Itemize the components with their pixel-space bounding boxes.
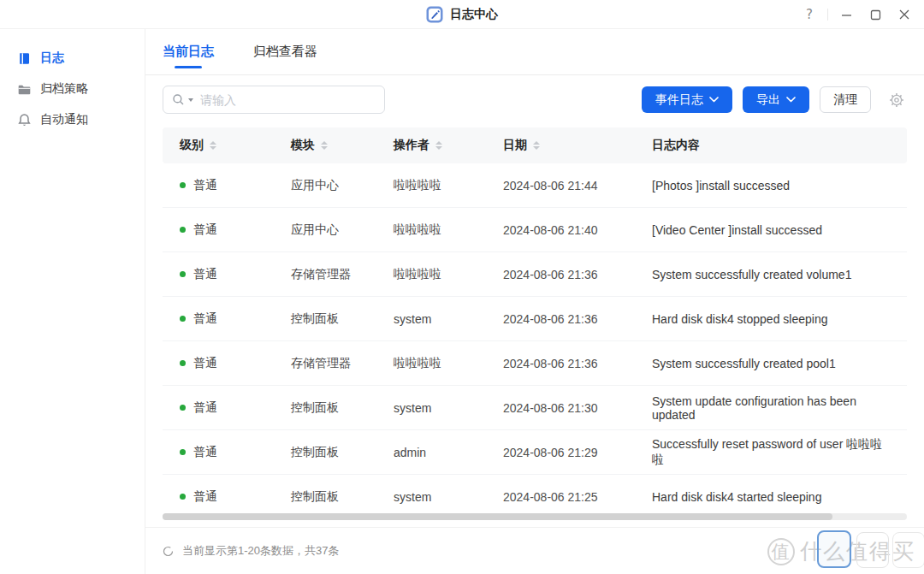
log-content-cell: Hard disk disk4 started sleeping [652,490,890,504]
export-dropdown-button[interactable]: 导出 [743,86,809,113]
tab-bar: 当前日志 归档查看器 [145,29,924,75]
date-cell: 2024-08-06 21:25 [503,490,652,504]
level-dot-icon [180,182,186,188]
level-text: 普通 [193,178,217,193]
level-dot-icon [180,494,186,500]
level-dot-icon [180,360,186,366]
log-table: 级别 模块 操作者 日期 [145,114,924,520]
level-text: 普通 [193,489,217,505]
log-content-cell: [Photos ]install successed [652,179,890,192]
level-text: 普通 [193,356,217,371]
sidebar-item-archive-policy[interactable]: 归档策略 [0,74,145,104]
date-cell: 2024-08-06 21:44 [503,179,652,192]
date-cell: 2024-08-06 21:36 [503,268,652,281]
sidebar-item-logs[interactable]: 日志 [0,43,145,74]
refresh-icon[interactable] [163,546,174,557]
level-dot-icon [180,271,186,277]
column-label: 日志内容 [652,138,700,153]
column-header-date[interactable]: 日期 [503,138,652,153]
level-cell: 普通 [180,445,291,460]
main-content: 当前日志 归档查看器 事件日志 [145,29,924,574]
operator-cell: 啦啦啦啦 [394,222,503,238]
titlebar-separator [827,9,828,21]
folder-icon [17,82,32,97]
level-text: 普通 [193,222,217,238]
table-row[interactable]: 普通 应用中心 啦啦啦啦 2024-08-06 21:40 [Video Cen… [163,208,907,252]
level-dot-icon [180,227,186,233]
window-title: 日志中心 [450,7,498,22]
module-cell: 控制面板 [291,311,394,327]
log-center-window: 日志中心 ? [0,0,924,574]
clean-label: 清理 [833,92,857,108]
sidebar-item-label: 归档策略 [40,81,88,97]
column-header-level[interactable]: 级别 [180,138,291,153]
operator-cell: 啦啦啦啦 [394,356,503,371]
sidebar-item-label: 自动通知 [40,112,88,127]
column-header-content: 日志内容 [652,138,890,153]
titlebar: 日志中心 ? [0,0,924,29]
level-dot-icon [180,449,186,455]
log-content-cell: System successfully created volume1 [652,268,890,281]
column-label: 级别 [180,138,204,153]
horizontal-scrollbar[interactable] [163,513,907,520]
table-row[interactable]: 普通 控制面板 system 2024-08-06 21:36 Hard dis… [163,297,907,341]
search-filter-caret-icon[interactable] [188,98,193,102]
sidebar-item-label: 日志 [40,50,64,66]
sort-icon[interactable] [210,141,216,150]
search-input[interactable] [200,93,376,107]
module-cell: 控制面板 [291,445,394,460]
tab-archive-viewer[interactable]: 归档查看器 [253,29,317,74]
status-text: 当前显示第1-20条数据，共37条 [182,543,339,559]
close-button[interactable] [893,3,915,26]
module-cell: 存储管理器 [291,356,394,371]
table-row[interactable]: 普通 控制面板 system 2024-08-06 21:25 Hard dis… [163,475,907,512]
help-button[interactable]: ? [798,3,820,26]
date-cell: 2024-08-06 21:36 [503,357,652,370]
search-box[interactable] [163,86,385,114]
column-label: 操作者 [394,138,429,153]
clean-button[interactable]: 清理 [820,86,871,113]
bell-icon [17,113,32,127]
level-cell: 普通 [180,356,291,371]
column-header-module[interactable]: 模块 [291,138,394,153]
table-row[interactable]: 普通 应用中心 啦啦啦啦 2024-08-06 21:44 [Photos ]i… [163,163,907,208]
column-label: 模块 [291,138,315,153]
module-cell: 存储管理器 [291,267,394,282]
level-cell: 普通 [180,222,291,238]
sort-icon[interactable] [435,141,442,150]
chevron-down-icon [786,97,796,103]
sort-icon[interactable] [533,141,540,150]
tab-current-logs[interactable]: 当前日志 [163,29,214,74]
date-cell: 2024-08-06 21:36 [503,312,652,326]
sort-icon[interactable] [321,141,328,150]
column-header-operator[interactable]: 操作者 [394,138,503,153]
operator-cell: 啦啦啦啦 [394,178,503,193]
sidebar-item-auto-notify[interactable]: 自动通知 [0,104,145,135]
toolbar: 事件日志 导出 清理 [145,75,924,114]
module-cell: 控制面板 [291,489,394,505]
table-body: 普通 应用中心 啦啦啦啦 2024-08-06 21:44 [Photos ]i… [163,163,907,512]
scrollbar-thumb[interactable] [163,513,832,520]
level-cell: 普通 [180,400,291,416]
table-row[interactable]: 普通 存储管理器 啦啦啦啦 2024-08-06 21:36 System su… [163,341,907,386]
event-log-dropdown-button[interactable]: 事件日志 [642,86,732,113]
chevron-down-icon [709,97,719,103]
log-content-cell: [Video Center ]install successed [652,223,890,237]
table-row[interactable]: 普通 控制面板 system 2024-08-06 21:30 System u… [163,386,907,430]
event-log-label: 事件日志 [655,92,703,108]
table-row[interactable]: 普通 存储管理器 啦啦啦啦 2024-08-06 21:36 System su… [163,252,907,297]
table-row[interactable]: 普通 控制面板 admin 2024-08-06 21:29 Successfu… [163,430,907,475]
operator-cell: system [394,401,503,415]
log-content-cell: System update configuration has been upd… [652,394,890,422]
operator-cell: system [394,312,503,326]
level-cell: 普通 [180,267,291,282]
log-content-cell: System successfully created pool1 [652,357,890,370]
module-cell: 应用中心 [291,222,394,238]
minimize-button[interactable] [835,3,857,26]
operator-cell: admin [394,446,503,459]
maximize-button[interactable] [864,3,886,26]
column-label: 日期 [503,138,527,153]
level-dot-icon [180,405,186,411]
settings-gear-icon[interactable] [886,90,907,110]
operator-cell: 啦啦啦啦 [394,267,503,282]
